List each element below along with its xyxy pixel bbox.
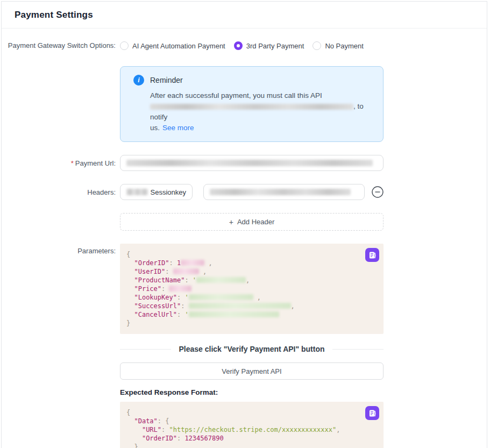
parameters-label: Parameters: — [2, 244, 116, 255]
code-token: : { — [158, 417, 169, 425]
code-token: : — [161, 426, 169, 433]
code-token — [126, 285, 134, 293]
verify-payment-api-button[interactable]: Verify Payment API — [120, 362, 384, 380]
code-token: "Data" — [134, 417, 157, 425]
gateway-options-label: Payment Gateway Switch Options: — [2, 41, 116, 49]
code-line: "Data": { — [126, 417, 377, 425]
code-token: "ProductName" — [134, 276, 184, 284]
reminder-line3: us. — [150, 124, 160, 132]
code-token: "LookupKey" — [134, 294, 176, 301]
code-token: "SuccessUrl" — [134, 302, 181, 310]
code-token: , — [204, 259, 212, 267]
redacted-value — [169, 286, 191, 291]
code-token: "https://checkout.stripe.com/xxxxxxxxxxx… — [169, 426, 336, 433]
radio-option[interactable]: AI Agent Automation Payment — [120, 41, 225, 50]
code-line: "URL": "https://checkout.stripe.com/xxxx… — [126, 425, 377, 434]
divider-line — [120, 349, 171, 350]
payment-settings-card: Payment Settings Payment Gateway Switch … — [1, 1, 487, 448]
redacted-value — [196, 277, 246, 283]
reminder-box: i Reminder After each successful payment… — [120, 66, 384, 142]
radio-icon[interactable] — [313, 41, 321, 50]
redacted-value — [126, 160, 373, 166]
code-line: "ProductName": ', — [126, 276, 377, 285]
code-token: , — [199, 268, 207, 275]
reminder-title: Reminder — [150, 76, 183, 84]
payment-url-input[interactable] — [120, 155, 384, 171]
divider-line — [332, 349, 384, 350]
verify-divider: Please click "Verify Payment API" button — [120, 345, 384, 353]
payment-url-label: *Payment Url: — [2, 155, 116, 167]
code-token — [126, 417, 134, 425]
code-token — [126, 268, 134, 275]
code-token: : — [177, 311, 184, 318]
radio-selected-icon[interactable] — [234, 41, 243, 50]
code-line: "UserID": , — [126, 267, 377, 276]
code-line: "LookupKey": ' , — [126, 293, 377, 302]
radio-option[interactable]: No Payment — [313, 41, 364, 50]
code-line: } — [126, 319, 377, 328]
code-token — [126, 302, 134, 310]
code-token: "UserID" — [134, 268, 165, 275]
radio-option[interactable]: 3rd Party Payment — [234, 41, 304, 50]
copy-response-button[interactable] — [365, 406, 379, 420]
redacted-value — [173, 268, 199, 274]
code-token: "OrderID" — [134, 259, 169, 267]
radio-icon[interactable] — [120, 41, 129, 50]
header-value-input[interactable] — [203, 184, 365, 200]
redacted-value — [189, 294, 253, 300]
code-line: "OrderID": 1234567890 — [126, 434, 377, 443]
code-token: "CancelUrl" — [134, 311, 176, 318]
required-asterisk: * — [71, 159, 74, 167]
code-token: : — [181, 302, 188, 310]
add-header-label: Add Header — [237, 218, 274, 226]
redacted-value — [181, 260, 204, 266]
code-token — [126, 294, 134, 301]
code-token: ' — [193, 276, 196, 284]
gateway-radio-group: AI Agent Automation Payment3rd Party Pay… — [120, 41, 364, 50]
code-token: "URL" — [142, 426, 161, 433]
code-token — [126, 276, 134, 284]
code-token: ' — [184, 311, 188, 318]
code-token: } — [126, 319, 130, 327]
code-token: }, — [126, 443, 142, 448]
parameters-code-block: { "OrderID": 1 , "UserID": , "ProductNam… — [120, 244, 384, 334]
code-line: "OrderID": 1 , — [126, 259, 377, 267]
radio-option-label: 3rd Party Payment — [246, 42, 304, 50]
code-token — [126, 259, 134, 267]
code-token: : — [184, 276, 192, 284]
card-header: Payment Settings — [2, 2, 487, 29]
header-key-text: Sessionkey — [151, 188, 186, 196]
code-token: "Price" — [134, 285, 161, 293]
redacted-api-url — [150, 104, 353, 110]
code-token: : — [161, 285, 169, 293]
code-token: "OrderID" — [142, 435, 177, 442]
code-token: : — [177, 294, 184, 301]
code-line: }, — [126, 443, 377, 448]
page-title: Payment Settings — [15, 10, 474, 20]
expected-response-code-block: { "Data": { "URL": "https://checkout.str… — [120, 402, 384, 448]
code-token: 1234567890 — [184, 435, 223, 442]
code-token: : — [177, 435, 184, 442]
code-line: { — [126, 408, 377, 417]
code-token — [126, 311, 134, 318]
redacted-value — [126, 189, 148, 195]
divider-text: Please click "Verify Payment API" button — [179, 345, 324, 353]
plus-icon: + — [229, 218, 233, 226]
copy-parameters-button[interactable] — [365, 248, 379, 262]
redacted-value — [210, 189, 351, 195]
copy-icon — [368, 251, 377, 259]
reminder-line1: After each successful payment, you must … — [150, 91, 322, 99]
radio-option-label: No Payment — [325, 42, 364, 50]
info-icon: i — [133, 75, 144, 86]
code-token: 1 — [177, 259, 181, 267]
expected-response-label: Expected Response Format: — [120, 388, 384, 396]
code-token: { — [126, 409, 130, 416]
see-more-link[interactable]: See more — [162, 124, 194, 132]
code-token: , — [336, 426, 340, 433]
reminder-body: After each successful payment, you must … — [150, 90, 372, 133]
add-header-button[interactable]: + Add Header — [120, 213, 384, 231]
code-token: , — [253, 294, 261, 301]
remove-header-button[interactable] — [371, 186, 384, 198]
header-key-input[interactable]: Sessionkey — [120, 184, 193, 200]
code-token — [126, 426, 142, 433]
